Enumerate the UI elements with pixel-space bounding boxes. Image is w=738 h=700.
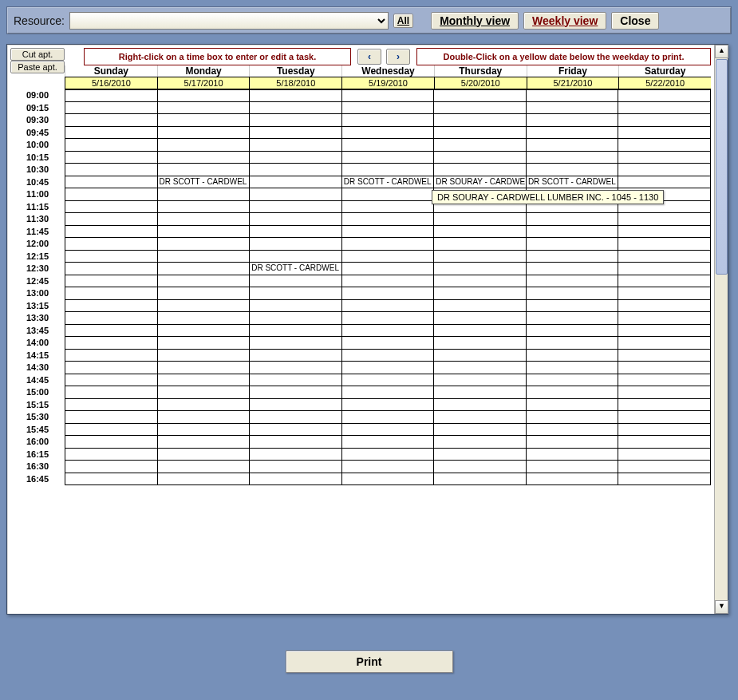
time-cell[interactable] [249,201,341,214]
time-cell[interactable] [65,188,157,201]
time-cell[interactable] [433,251,526,263]
time-cell[interactable] [526,152,618,164]
time-cell[interactable] [526,127,618,140]
time-cell[interactable] [249,275,341,288]
time-cell[interactable] [249,188,341,201]
time-cell[interactable] [157,461,250,473]
time-cell[interactable] [249,350,341,362]
time-cell[interactable] [65,374,157,387]
time-cell[interactable] [341,164,434,176]
time-cell[interactable] [618,350,711,362]
monthly-view-button[interactable]: Monthly view [431,12,519,30]
time-cell[interactable] [157,424,250,437]
time-cell[interactable] [65,312,157,325]
time-cell[interactable] [526,251,618,263]
time-cell[interactable] [249,424,341,437]
time-cell[interactable] [433,114,526,127]
time-cell[interactable] [618,436,711,449]
time-cell[interactable] [249,362,341,374]
time-cell[interactable] [526,424,618,437]
time-cell[interactable] [65,337,157,350]
time-cell[interactable] [65,325,157,338]
time-cell[interactable] [433,152,526,164]
time-cell[interactable] [526,114,618,127]
cut-apt-button[interactable]: Cut apt. [10,48,65,61]
time-cell[interactable] [157,89,250,102]
time-cell[interactable] [526,89,618,102]
time-cell[interactable] [65,386,157,399]
time-cell[interactable] [433,287,526,300]
time-cell[interactable] [249,238,341,251]
time-cell[interactable] [618,114,711,127]
time-cell[interactable] [249,287,341,300]
time-cell[interactable] [65,411,157,424]
time-cell[interactable] [249,89,341,102]
time-cell[interactable] [249,114,341,127]
time-cell[interactable] [65,238,157,251]
time-cell[interactable] [526,411,618,424]
time-cell[interactable] [249,325,341,338]
time-cell[interactable] [526,287,618,300]
time-cell[interactable] [249,461,341,473]
time-cell[interactable] [341,473,434,486]
appointment[interactable]: DR SOURAY - CARDWE [433,176,526,189]
time-cell[interactable] [341,263,434,275]
time-cell[interactable] [526,436,618,449]
time-cell[interactable] [433,362,526,374]
time-cell[interactable] [341,362,434,374]
time-cell[interactable] [341,399,434,412]
time-cell[interactable] [618,325,711,338]
time-cell[interactable] [341,386,434,399]
time-cell[interactable] [65,473,157,486]
time-cell[interactable] [157,275,250,288]
time-cell[interactable] [65,114,157,127]
time-cell[interactable] [433,89,526,102]
time-cell[interactable] [65,201,157,214]
time-cell[interactable] [249,300,341,313]
time-cell[interactable] [341,449,434,461]
time-cell[interactable] [433,263,526,275]
time-cell[interactable] [433,312,526,325]
time-cell[interactable] [65,251,157,263]
time-cell[interactable] [341,275,434,288]
time-cell[interactable] [65,436,157,449]
time-cell[interactable] [157,188,250,201]
time-cell[interactable] [157,350,250,362]
resource-select[interactable] [69,12,389,30]
time-cell[interactable] [526,213,618,226]
time-cell[interactable] [157,399,250,412]
time-cell[interactable] [433,399,526,412]
time-cell[interactable] [157,102,250,115]
appointment[interactable]: DR SCOTT - CARDWEL [249,263,341,275]
time-cell[interactable] [618,139,711,152]
time-cell[interactable] [618,399,711,412]
time-cell[interactable] [526,374,618,387]
time-cell[interactable] [249,411,341,424]
appointment[interactable]: DR SCOTT - CARDWEL [526,176,618,189]
time-cell[interactable] [65,399,157,412]
time-cell[interactable] [618,164,711,176]
date-cell[interactable]: 5/22/2010 [618,77,711,89]
time-cell[interactable] [526,275,618,288]
time-cell[interactable] [157,337,250,350]
time-cell[interactable] [526,263,618,275]
time-cell[interactable] [526,226,618,239]
time-cell[interactable] [433,436,526,449]
time-cell[interactable] [618,300,711,313]
time-cell[interactable] [618,473,711,486]
time-cell[interactable] [65,226,157,239]
time-cell[interactable] [526,473,618,486]
time-cell[interactable] [526,337,618,350]
time-cell[interactable] [618,386,711,399]
scroll-up-arrow-icon[interactable]: ▲ [715,45,728,58]
time-cell[interactable] [433,300,526,313]
time-cell[interactable] [618,89,711,102]
time-cell[interactable] [618,424,711,437]
time-cell[interactable] [618,176,711,189]
time-cell[interactable] [618,102,711,115]
time-cell[interactable] [341,201,434,214]
time-cell[interactable] [618,287,711,300]
time-cell[interactable] [65,300,157,313]
time-cell[interactable] [65,139,157,152]
time-cell[interactable] [341,312,434,325]
